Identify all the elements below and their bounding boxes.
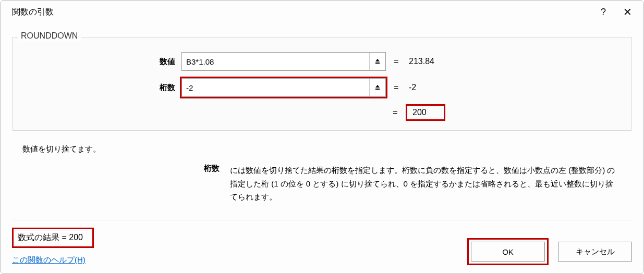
computed-result-row: = 200 (24, 104, 620, 121)
ok-button-highlight: OK (467, 238, 549, 265)
arg-input-wrap-number (181, 52, 386, 71)
help-link[interactable]: この関数のヘルプ(H) (12, 255, 86, 264)
close-button[interactable]: ✕ (615, 2, 639, 22)
arg-result-digits: -2 (407, 83, 416, 92)
collapse-dialog-button-number[interactable] (369, 53, 385, 70)
computed-result: 200 (406, 104, 445, 121)
formula-result-value: 200 (69, 233, 83, 242)
function-arguments-dialog: 関数の引数 ? ✕ ROUNDDOWN 数値 (0, 0, 644, 274)
reference-picker-icon (374, 84, 381, 91)
number-input[interactable] (182, 53, 369, 70)
arguments-group: ROUNDDOWN 数値 = 213.8 (12, 37, 632, 131)
digits-input[interactable] (182, 79, 369, 96)
function-summary: 数値を切り捨てます。 (22, 144, 632, 154)
footer: 数式の結果 = 200 この関数のヘルプ(H) OK キャンセル (12, 220, 632, 265)
button-row: OK キャンセル (467, 238, 632, 265)
collapse-dialog-button-digits[interactable] (369, 79, 385, 96)
argument-description-text: には数値を切り捨てた結果の桁数を指定します。桁数に負の数を指定すると、数値は小数… (230, 164, 632, 204)
equals-sign: = (385, 108, 406, 117)
cancel-button[interactable]: キャンセル (558, 242, 632, 261)
help-icon: ? (601, 7, 606, 18)
argument-description-block: 桁数 には数値を切り捨てた結果の桁数を指定します。桁数に負の数を指定すると、数値… (12, 164, 632, 204)
help-button[interactable]: ? (591, 2, 615, 22)
arg-result-number: 213.84 (407, 57, 434, 66)
arg-label-digits: 桁数 (24, 83, 181, 93)
arg-row-digits: 桁数 = -2 (24, 78, 620, 97)
ok-button[interactable]: OK (471, 242, 545, 261)
formula-result-label: 数式の結果 = (18, 233, 69, 242)
arg-label-number: 数値 (24, 57, 181, 67)
arg-input-wrap-digits (181, 78, 386, 97)
arg-row-number: 数値 = 213.84 (24, 52, 620, 71)
titlebar: 関数の引数 ? ✕ (1, 1, 643, 23)
svg-rect-1 (375, 89, 380, 90)
dialog-title: 関数の引数 (12, 7, 54, 18)
argument-description-label: 桁数 (12, 164, 230, 204)
svg-rect-0 (375, 63, 380, 64)
equals-sign: = (386, 57, 407, 66)
equals-sign: = (386, 83, 407, 92)
formula-result: 数式の結果 = 200 (12, 228, 94, 248)
reference-picker-icon (374, 58, 381, 65)
function-name-legend: ROUNDDOWN (18, 31, 81, 41)
close-icon: ✕ (623, 6, 632, 18)
